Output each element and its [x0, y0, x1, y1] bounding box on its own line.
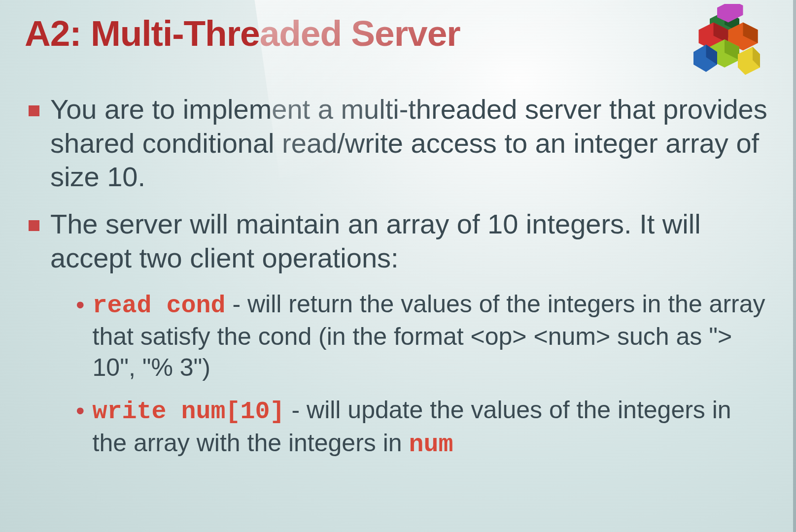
square-bullet-icon [29, 220, 39, 231]
code-read-cond: read cond [93, 292, 226, 320]
code-num: num [409, 431, 453, 459]
bullet-1: You are to implement a multi-threaded se… [29, 93, 771, 194]
bullet-2-text: The server will maintain an array of 10 … [50, 207, 771, 275]
square-bullet-icon [29, 105, 39, 116]
slide-title: A2: Multi-Threaded Server [25, 14, 771, 53]
bullet-1-text: You are to implement a multi-threaded se… [50, 93, 771, 194]
puzzle-logo-icon [688, 4, 761, 78]
sub-bullet-2-text: write num[10] - will update the values o… [93, 395, 771, 460]
dot-bullet-icon: • [76, 290, 85, 321]
bullet-2: The server will maintain an array of 10 … [29, 207, 771, 275]
sub-bullet-list: • read cond - will return the values of … [76, 289, 771, 461]
sub-bullet-2: • write num[10] - will update the values… [76, 395, 771, 460]
sub-bullet-1: • read cond - will return the values of … [76, 289, 771, 383]
dot-bullet-icon: • [76, 396, 85, 427]
sub-bullet-1-text: read cond - will return the values of th… [93, 289, 771, 383]
code-write-num: write num[10] [93, 398, 285, 426]
content-area: You are to implement a multi-threaded se… [25, 93, 771, 460]
